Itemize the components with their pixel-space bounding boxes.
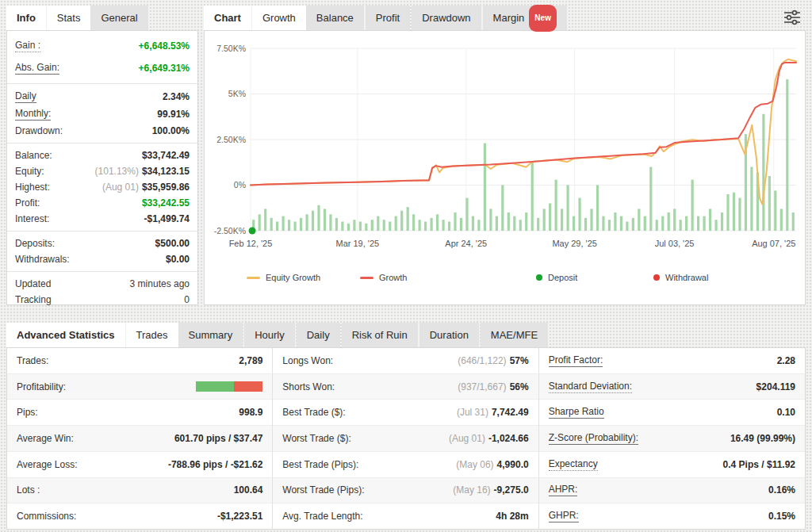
stat-value: (937/1,667)56% <box>458 381 528 392</box>
profit-bar <box>537 218 539 231</box>
profit-bar <box>680 220 682 231</box>
stat-label: Interest: <box>15 213 49 224</box>
value-text: 16.49 (99.99%) <box>730 433 795 444</box>
stats-column-3: Profit Factor:2.28Standard Deviation:$20… <box>539 348 805 529</box>
profit-bar <box>543 209 546 231</box>
advanced-statistics-tabs: Advanced StatisticsTradesSummaryHourlyDa… <box>6 323 550 347</box>
profit-bar <box>484 144 486 231</box>
stat-value: $33,242.55 <box>142 197 190 209</box>
value-text: -9,275.0 <box>494 484 529 496</box>
value-text: $35,959.86 <box>142 182 190 193</box>
tab-trades[interactable]: Trades <box>126 323 178 347</box>
chart-tabs: ChartGrowthBalanceProfitDrawdownMarginNe… <box>204 6 569 30</box>
stat-label[interactable]: Profit Factor: <box>549 354 603 367</box>
value-text: 601.70 pips / $37.47 <box>174 433 262 444</box>
stat-value: 2.34% <box>163 91 190 102</box>
stat-label: Longs Won: <box>282 355 333 366</box>
tab-info[interactable]: Info <box>6 6 47 30</box>
value-prefix: (Aug 01) <box>449 433 485 444</box>
stat-value: +6,648.53% <box>139 40 190 52</box>
stat-label[interactable]: Expectancy <box>549 458 598 471</box>
tab-daily[interactable]: Daily <box>297 323 340 347</box>
stat-label[interactable]: Daily <box>15 90 36 103</box>
profit-bar <box>371 220 373 231</box>
tab-advanced-statistics[interactable]: Advanced Statistics <box>6 323 126 347</box>
tab-chart[interactable]: Chart <box>204 6 252 30</box>
profit-bar <box>620 216 622 231</box>
tab-stats[interactable]: Stats <box>47 6 91 30</box>
stat-value: 0.10 <box>777 407 795 418</box>
value-text: 2.34% <box>163 91 190 102</box>
stat-label: Equity: <box>15 166 44 177</box>
tab-margin[interactable]: MarginNew <box>483 6 567 30</box>
value-prefix: (May 16) <box>453 484 490 496</box>
profit-bar <box>590 209 592 231</box>
tab-general[interactable]: General <box>90 6 147 30</box>
x-axis-label: May 29, '25 <box>552 239 597 248</box>
value-text: 100.64 <box>234 484 263 496</box>
tab-summary[interactable]: Summary <box>178 323 243 347</box>
legend-equity-growth[interactable]: Equity Growth <box>247 273 320 282</box>
tab-growth[interactable]: Growth <box>252 6 306 30</box>
stat-row-profit-factor: Profit Factor:2.28 <box>539 348 805 374</box>
profit-bar <box>673 209 676 231</box>
stat-row-deposits: Deposits:$500.00 <box>7 235 197 251</box>
stat-row-drawdown: Drawdown:100.00% <box>7 123 197 139</box>
profit-bar <box>573 216 575 231</box>
tab-mae-mfe[interactable]: MAE/MFE <box>481 323 548 347</box>
tab-balance[interactable]: Balance <box>306 6 364 30</box>
stat-value: 100.00% <box>152 125 190 136</box>
stat-row-longs-won: Longs Won:(646/1,122)57% <box>273 348 538 374</box>
profit-bar <box>762 114 764 231</box>
stat-label: Profitability: <box>17 381 66 392</box>
tab-risk-of-ruin[interactable]: Risk of Ruin <box>342 323 418 347</box>
stat-label: Withdrawals: <box>15 254 70 265</box>
profit-bar <box>312 211 314 231</box>
stat-value: 99.91% <box>157 109 190 120</box>
stat-label[interactable]: Abs. Gain: <box>15 62 59 75</box>
profit-bar <box>412 214 415 231</box>
stat-row-abs-gain: Abs. Gain:+6,649.31% <box>7 57 197 79</box>
stat-row-pips: Pips:998.9 <box>7 400 272 426</box>
legend-growth[interactable]: Growth <box>360 273 407 282</box>
stat-label[interactable]: Gain : <box>15 40 40 52</box>
stat-row-tracking: Tracking0 <box>7 292 197 308</box>
profit-bar <box>596 186 599 232</box>
stat-label[interactable]: Monthly: <box>15 108 51 121</box>
stat-row-trades: Trades:2,789 <box>7 348 272 374</box>
value-text: 57% <box>510 355 529 366</box>
legend-withdrawal[interactable]: Withdrawal <box>653 273 708 282</box>
value-text: $500.00 <box>155 238 190 249</box>
profit-bar <box>472 216 474 231</box>
loss-segment <box>234 381 262 392</box>
info-stats-general-tabs: InfoStatsGeneral <box>6 6 150 30</box>
stat-value: 0.16% <box>768 484 795 496</box>
profit-bar <box>786 79 788 231</box>
stat-label[interactable]: Standard Deviation: <box>549 381 632 393</box>
profit-bar <box>780 209 783 231</box>
stat-value: -$1,499.74 <box>144 213 190 224</box>
tab-duration[interactable]: Duration <box>419 323 479 347</box>
x-axis-label: Aug 07, '25 <box>752 239 795 248</box>
profit-bar <box>519 220 522 231</box>
legend-deposit[interactable]: Deposit <box>536 273 577 282</box>
stat-label[interactable]: Z-Score (Probability): <box>549 432 638 445</box>
value-text: 4,990.0 <box>497 459 529 470</box>
profit-bar <box>649 167 652 232</box>
stats-column-2: Longs Won:(646/1,122)57%Shorts Won:(937/… <box>273 348 538 529</box>
tab-profit[interactable]: Profit <box>366 6 410 30</box>
stat-label[interactable]: AHPR: <box>549 484 578 496</box>
profit-bar <box>632 218 634 231</box>
value-text: 3 minutes ago <box>130 278 190 289</box>
stat-label[interactable]: GHPR: <box>549 510 579 522</box>
y-axis-label: 5K% <box>228 89 246 98</box>
stat-label[interactable]: Sharpe Ratio <box>549 406 604 419</box>
chart-settings-icon[interactable] <box>782 8 802 27</box>
stat-row-lots: Lots :100.64 <box>7 478 272 504</box>
myfxbook-dashboard: { "colors": { "green_text": "#02a313", "… <box>0 0 812 532</box>
profit-bar <box>656 220 658 231</box>
stat-label: Tracking <box>15 294 52 305</box>
tab-drawdown[interactable]: Drawdown <box>412 6 481 30</box>
tab-hourly[interactable]: Hourly <box>244 323 295 347</box>
profit-bar <box>768 176 771 231</box>
